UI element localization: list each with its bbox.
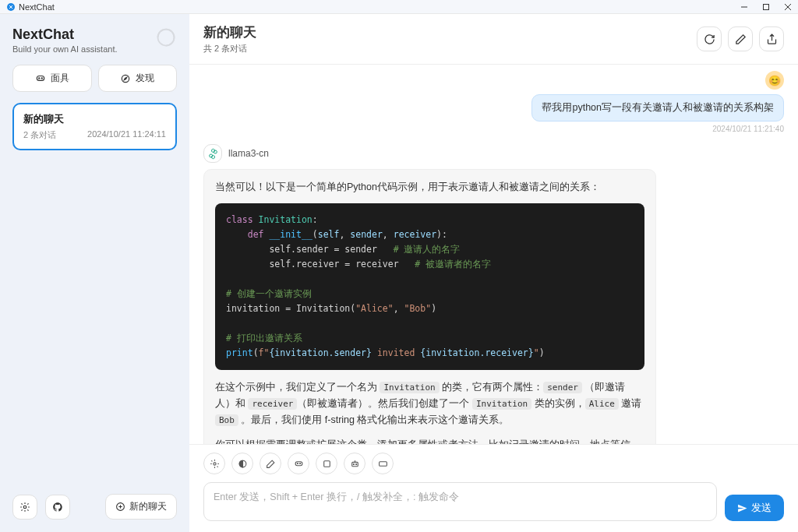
plus-circle-icon [115, 502, 125, 512]
bot-avatar [203, 144, 222, 163]
tool-prompt[interactable] [260, 453, 281, 474]
svg-point-15 [213, 462, 215, 464]
svg-point-22 [353, 463, 354, 464]
settings-button[interactable] [12, 495, 37, 520]
robot-icon [350, 459, 360, 469]
sidebar: NextChat Build your own AI assistant. 面具… [0, 14, 189, 532]
chat-card-time: 2024/10/21 11:24:11 [87, 129, 166, 141]
svg-point-8 [41, 77, 42, 78]
page-subtitle: 共 2 条对话 [203, 43, 256, 55]
theme-icon [238, 459, 248, 469]
chat-area[interactable]: 😊 帮我用python写一段有关邀请人和被邀请的关系构架 2024/10/21 … [189, 65, 798, 444]
user-message: 帮我用python写一段有关邀请人和被邀请的关系构架 [531, 94, 784, 122]
tool-keyboard[interactable] [372, 453, 394, 474]
svg-rect-2 [764, 4, 769, 9]
svg-rect-6 [37, 76, 44, 80]
svg-rect-17 [295, 461, 302, 465]
app-logo-icon [6, 2, 16, 12]
titlebar: NextChat [0, 0, 798, 14]
brand-tagline: Build your own AI assistant. [12, 44, 118, 54]
compass-icon [120, 73, 131, 84]
github-button[interactable] [45, 495, 70, 520]
input-area: 发送 [189, 444, 798, 532]
mask-icon [35, 73, 46, 84]
svg-point-7 [38, 77, 39, 78]
maximize-button[interactable] [762, 3, 770, 11]
refresh-button[interactable] [697, 26, 722, 51]
gear-icon [19, 502, 30, 513]
message-input[interactable] [203, 482, 717, 521]
mask-button[interactable]: 面具 [12, 65, 92, 92]
openai-icon [155, 26, 177, 48]
tool-break[interactable] [316, 453, 337, 474]
share-icon [766, 33, 778, 45]
svg-point-18 [297, 463, 298, 463]
share-button[interactable] [759, 26, 784, 51]
tool-robot[interactable] [344, 453, 365, 474]
chat-card-title: 新的聊天 [23, 112, 166, 126]
svg-rect-20 [323, 460, 330, 467]
tool-mask[interactable] [288, 453, 309, 474]
wand-icon [266, 459, 276, 469]
titlebar-left: NextChat [6, 2, 55, 12]
send-button[interactable]: 发送 [725, 495, 784, 521]
bot-message: 当然可以！以下是一个简单的Python代码示例，用于表示邀请人和被邀请之间的关系… [203, 169, 656, 444]
refresh-icon [704, 33, 715, 45]
svg-rect-25 [379, 461, 387, 465]
minimize-button[interactable] [740, 3, 748, 11]
openai-icon [207, 148, 219, 160]
user-timestamp: 2024/10/21 11:21:40 [712, 125, 784, 133]
close-button[interactable] [784, 3, 792, 11]
send-icon [737, 503, 747, 513]
tool-theme[interactable] [231, 453, 253, 474]
code-block: class Invitation: def __init__(self, sen… [215, 203, 644, 370]
svg-point-19 [299, 463, 300, 463]
pencil-icon [735, 33, 747, 45]
bot-name: llama3-cn [228, 148, 269, 159]
discover-button[interactable]: 发现 [98, 65, 178, 92]
github-icon [52, 502, 63, 513]
main-panel: 新的聊天 共 2 条对话 😊 帮我用python写一段有关邀请人和被邀请的关系构… [189, 14, 798, 532]
new-chat-button[interactable]: 新的聊天 [105, 494, 177, 520]
chat-card-count: 2 条对话 [23, 129, 56, 141]
gear-icon [210, 459, 220, 469]
chat-session-card[interactable]: 新的聊天 2 条对话 2024/10/21 11:24:11 [12, 103, 177, 150]
edit-button[interactable] [728, 26, 753, 51]
user-avatar: 😊 [765, 71, 784, 90]
page-title: 新的聊天 [203, 23, 256, 41]
window-controls [740, 3, 792, 11]
brand-title: NextChat [12, 26, 118, 43]
break-icon [322, 459, 332, 469]
svg-point-10 [23, 506, 26, 509]
keyboard-icon [378, 459, 388, 469]
mask-icon [294, 459, 304, 469]
svg-point-23 [355, 463, 356, 464]
window-title: NextChat [19, 2, 55, 12]
tool-settings[interactable] [203, 453, 225, 474]
